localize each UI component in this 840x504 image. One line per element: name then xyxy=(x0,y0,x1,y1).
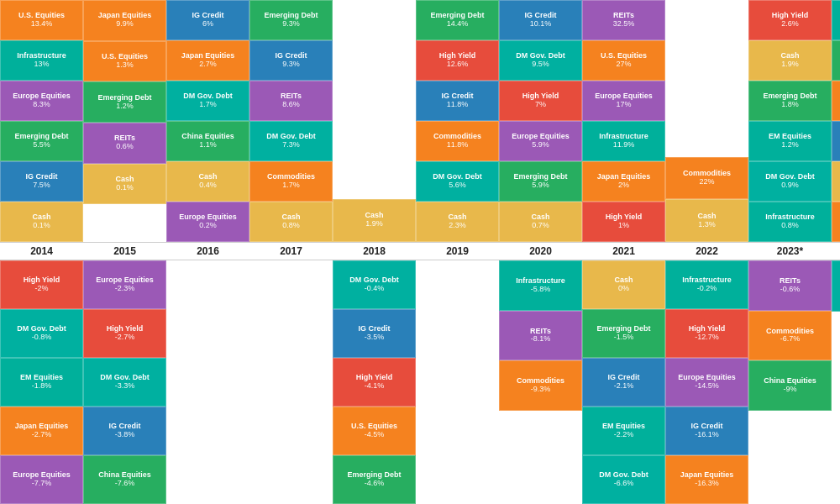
empty-cell xyxy=(333,39,416,79)
asset-value: -0.8% xyxy=(32,333,52,342)
grid-column: Emerging Debt9.3%IG Credit9.3%REITs8.6%D… xyxy=(249,0,333,242)
asset-value: 1% xyxy=(618,222,629,230)
asset-value: 7.5% xyxy=(33,181,50,190)
asset-cell: Cash2.3% xyxy=(416,202,499,242)
asset-value: 0.2% xyxy=(199,222,217,230)
asset-value: -6.7% xyxy=(780,335,801,344)
asset-value: 27% xyxy=(616,60,631,69)
grid-column-bottom: Cash0%Emerging Debt-1.5%IG Credit-2.1%EM… xyxy=(582,260,665,504)
empty-cell xyxy=(499,411,582,458)
asset-value: -14.5% xyxy=(695,382,719,391)
empty-cell xyxy=(166,455,249,504)
asset-value: 14.4% xyxy=(447,20,469,29)
asset-value: 0.8% xyxy=(781,222,799,230)
grid-column-bottom: Infrastructure-5.8%REITs-8.1%Commodities… xyxy=(499,260,582,504)
asset-cell: Emerging Debt9.3% xyxy=(249,0,333,40)
empty-cell xyxy=(748,457,832,504)
year-label: 2019 xyxy=(416,245,499,257)
asset-cell: DM Gov. Debt-0.4% xyxy=(333,260,416,309)
empty-cell xyxy=(249,358,333,407)
asset-cell: Europe Equities-2.3% xyxy=(83,260,166,309)
empty-cell xyxy=(665,78,748,118)
grid-column-bottom xyxy=(166,260,249,504)
asset-cell: Cash0.4% xyxy=(166,161,249,202)
asset-value: -6.6% xyxy=(614,480,634,488)
asset-value: 2% xyxy=(618,181,629,190)
asset-value: 9.9% xyxy=(116,20,134,29)
asset-cell: EM Equities1.2% xyxy=(748,121,832,161)
asset-value: 1.2% xyxy=(116,102,134,111)
asset-value: 9.3% xyxy=(282,20,300,29)
empty-cell xyxy=(249,260,333,309)
asset-cell: REITs8.6% xyxy=(249,81,333,121)
asset-cell: IG Credit9.3% xyxy=(249,40,333,81)
empty-cell xyxy=(333,80,416,119)
asset-value: -2.1% xyxy=(614,382,634,391)
asset-value: -0.6% xyxy=(780,286,801,294)
asset-value: -12.7% xyxy=(695,333,719,342)
empty-cell xyxy=(249,407,333,455)
asset-cell: DM Gov. Debt9.5% xyxy=(499,40,582,81)
asset-value: 10.1% xyxy=(530,20,552,29)
year-label: 2015 xyxy=(83,245,166,257)
asset-value: 2.6% xyxy=(781,20,799,29)
asset-value: 8.6% xyxy=(282,101,300,109)
empty-cell xyxy=(665,0,748,39)
asset-cell: High Yield12.6% xyxy=(416,40,499,81)
asset-cell: DM Gov. Debt-6.6% xyxy=(582,455,665,504)
grid-column: EM Equities2.6%China Equities2.%Emerging… xyxy=(832,0,840,242)
asset-cell: Japan Equities-16.3% xyxy=(665,455,748,504)
empty-cell xyxy=(333,0,416,39)
grid-column-bottom: Infrastructure-0.2%High Yield-12.7%Europ… xyxy=(665,260,748,504)
empty-cell xyxy=(166,309,249,358)
asset-cell: Cash0.1% xyxy=(0,202,83,242)
asset-value: 32.5% xyxy=(613,20,635,29)
asset-cell: Emerging Debt5.9% xyxy=(499,161,582,202)
asset-value: 7% xyxy=(535,101,546,109)
asset-cell: REITs-0.6% xyxy=(748,260,832,311)
asset-cell: High Yield2.6% xyxy=(748,0,832,40)
asset-cell: IG Credit-2.1% xyxy=(582,358,665,407)
asset-value: 5.5% xyxy=(33,141,50,150)
asset-value: 1.7% xyxy=(199,101,217,109)
asset-value: 0.8% xyxy=(282,222,300,230)
asset-value: 0.1% xyxy=(116,184,134,192)
asset-value: -2.3% xyxy=(115,285,135,293)
asset-value: 1.8% xyxy=(781,101,799,109)
asset-value: 2.3% xyxy=(449,222,466,230)
asset-value: -4.1% xyxy=(365,382,385,391)
asset-cell: IG Credit-16.1% xyxy=(665,407,748,455)
empty-cell xyxy=(832,456,840,504)
asset-cell: Commodities11.8% xyxy=(416,121,499,161)
asset-value: 1.7% xyxy=(282,181,300,190)
asset-value: -3.5% xyxy=(365,333,385,342)
asset-value: -9.3% xyxy=(531,386,551,394)
asset-cell: China Equities1.1% xyxy=(166,121,249,161)
asset-cell: EM Equities-1.8% xyxy=(0,358,83,407)
asset-cell: U.S. Equities-4.5% xyxy=(333,407,416,455)
asset-cell: High Yield-2% xyxy=(0,260,83,309)
asset-cell: Cash0.7% xyxy=(499,202,582,242)
asset-cell: Commodities-6.7% xyxy=(748,311,832,361)
year-label: 2017 xyxy=(249,245,333,257)
asset-cell: Infrastructure11.9% xyxy=(582,121,665,161)
asset-cell: Commo0% xyxy=(832,202,840,242)
empty-cell xyxy=(333,159,416,198)
empty-cell xyxy=(416,309,499,358)
empty-cell xyxy=(416,407,499,455)
asset-cell: Infrastructure-0.2% xyxy=(665,260,748,309)
asset-value: 0.7% xyxy=(532,222,549,230)
asset-cell: China Equities-7.6% xyxy=(83,455,166,504)
asset-value: -9% xyxy=(783,386,796,394)
asset-value: 9.5% xyxy=(532,60,549,69)
asset-cell: Emerging Debt5.5% xyxy=(0,121,83,161)
year-label: 2016 xyxy=(166,245,249,257)
grid-column-bottom: High Yield-2%DM Gov. Debt-0.8%EM Equitie… xyxy=(0,260,83,504)
asset-cell: High Yield-12.7% xyxy=(665,309,748,358)
asset-value: -7.6% xyxy=(115,480,135,488)
asset-cell: China Equities-9% xyxy=(748,360,832,411)
asset-value: -2.7% xyxy=(32,431,52,439)
asset-cell: Europe Equities0.2% xyxy=(166,202,249,242)
asset-value: -0.2% xyxy=(697,285,717,293)
empty-cell xyxy=(166,358,249,407)
